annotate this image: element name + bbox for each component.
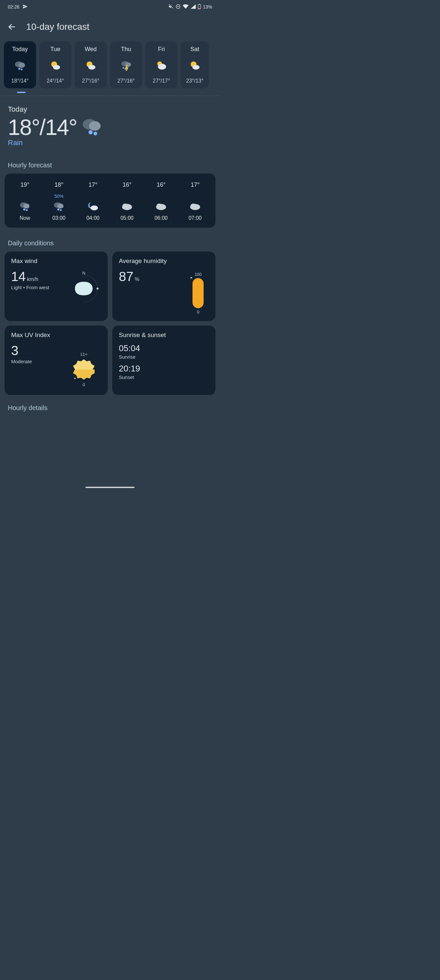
svg-rect-3 (199, 4, 200, 5)
svg-point-7 (19, 62, 25, 68)
hour-col-now: 19° Now (8, 181, 42, 221)
cloud-icon (189, 201, 201, 212)
battery-percent: 13% (203, 4, 212, 10)
rain-cloud-icon (53, 201, 65, 212)
signal-icon (191, 4, 196, 10)
day-tab-tue[interactable]: Tue 24°/14° (39, 41, 71, 88)
svg-point-36 (122, 204, 128, 208)
svg-point-19 (158, 64, 166, 70)
gauge-marker-icon (191, 275, 192, 280)
svg-point-28 (23, 208, 25, 211)
rain-cloud-icon (19, 201, 31, 212)
max-wind-card[interactable]: Max wind 14km/h Light • From west N (5, 251, 108, 321)
mostly-cloudy-icon (156, 60, 167, 71)
clock: 02:26 (8, 4, 19, 10)
status-bar: 02:26 13% (0, 0, 220, 14)
today-summary: Today 18°/14° Rain (0, 99, 220, 150)
svg-point-9 (21, 68, 22, 70)
svg-point-38 (156, 204, 162, 208)
svg-point-25 (93, 132, 97, 135)
rain-cloud-icon (14, 60, 26, 71)
conditions-grid: Max wind 14km/h Light • From west N Aver… (0, 251, 220, 395)
hour-col-04: 17° 04:00 (76, 181, 110, 221)
hour-col-03: 18° 50% 03:00 (42, 181, 76, 221)
page-title: 10-day forecast (26, 22, 89, 32)
svg-point-23 (89, 121, 100, 131)
uv-card[interactable]: Max UV Index 3 Moderate 11+ 0 (5, 326, 108, 395)
header: 10-day forecast (0, 14, 220, 41)
battery-icon (198, 4, 201, 10)
mute-icon (168, 4, 173, 10)
svg-point-11 (53, 65, 60, 70)
svg-point-21 (192, 65, 200, 70)
partly-sunny-icon (49, 60, 61, 71)
summary-day-label: Today (8, 105, 212, 114)
humidity-card[interactable]: Average humidity 87% 100 0 (112, 251, 215, 321)
uv-sun-icon: 11+ 0 (72, 352, 95, 387)
svg-point-24 (88, 130, 93, 134)
day-tab-wed[interactable]: Wed 27°/16° (75, 41, 107, 88)
hourly-forecast-card[interactable]: 19° Now 18° 50% 03:00 17° 04:00 16° 05:0… (5, 173, 215, 228)
wind-direction-icon: N (66, 270, 102, 307)
nav-bar[interactable] (86, 487, 135, 488)
hour-col-07: 17° 07:00 (178, 181, 212, 221)
summary-temps: 18°/14° (8, 114, 77, 140)
svg-point-27 (23, 204, 29, 208)
svg-point-40 (191, 204, 196, 208)
hourly-forecast-title: Hourly forecast (0, 150, 220, 173)
sunrise-sunset-card[interactable]: Sunrise & sunset 05:04 Sunrise 20:19 Sun… (112, 326, 215, 395)
divider (0, 95, 220, 96)
daily-conditions-title: Daily conditions (0, 228, 220, 251)
gauge-marker-icon (74, 376, 76, 380)
partly-sunny-icon (189, 60, 201, 71)
day-tab-sat[interactable]: Sat 23°/13° (181, 41, 209, 88)
day-tab-thu[interactable]: Thu 27°/16° (110, 41, 142, 88)
tab-indicator (0, 92, 220, 94)
send-icon (22, 4, 28, 10)
svg-rect-4 (199, 8, 200, 8)
svg-point-34 (91, 205, 98, 210)
svg-point-33 (60, 209, 62, 211)
cloud-icon (155, 201, 167, 212)
night-partly-cloudy-icon (87, 201, 99, 212)
svg-point-13 (88, 65, 95, 70)
svg-point-31 (57, 204, 64, 208)
back-button[interactable] (6, 22, 17, 32)
wifi-icon (183, 4, 189, 10)
sunset-time: 20:19 (119, 364, 209, 374)
hourly-details-title: Hourly details (0, 395, 220, 414)
dnd-icon (175, 4, 181, 10)
partly-sunny-icon (85, 60, 97, 71)
svg-point-8 (18, 67, 20, 70)
day-tab-fri[interactable]: Fri 27°/17° (145, 41, 178, 88)
day-tabs[interactable]: Today 18°/14° Tue 24°/14° Wed 27°/16° Th… (0, 41, 220, 92)
cloud-icon (121, 201, 133, 212)
hour-col-05: 16° 05:00 (110, 181, 144, 221)
humidity-gauge-icon: 100 0 (192, 272, 203, 315)
svg-point-17 (124, 68, 126, 70)
day-tab-today[interactable]: Today 18°/14° (4, 41, 36, 88)
thunderstorm-icon (120, 60, 132, 71)
sunrise-time: 05:04 (119, 343, 209, 353)
svg-point-29 (26, 209, 28, 211)
hour-col-06: 16° 06:00 (144, 181, 178, 221)
svg-point-16 (122, 67, 124, 68)
svg-point-32 (57, 208, 60, 211)
rain-cloud-icon (81, 117, 102, 137)
